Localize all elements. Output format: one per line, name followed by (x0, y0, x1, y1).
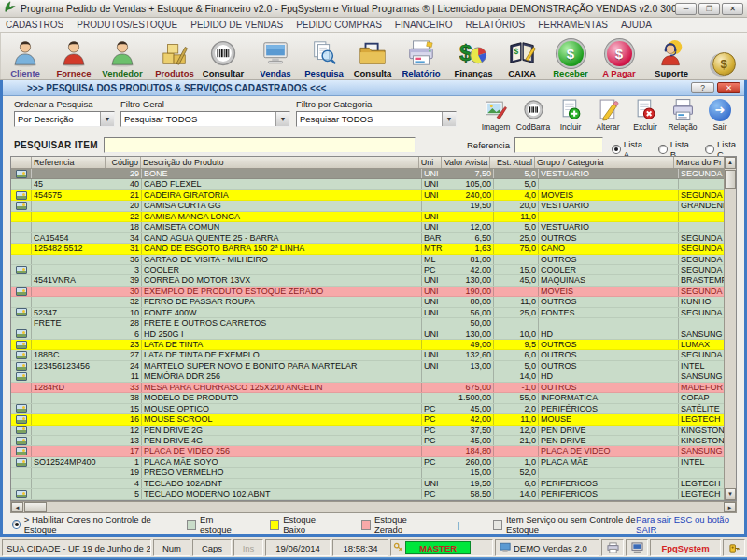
radio-icon[interactable] (658, 145, 668, 154)
table-row[interactable]: 5234710FONTE 400WUNI56,0025,0FONTESSEGUN… (11, 308, 724, 318)
toolbar-button-coin-icon[interactable]: $ (699, 33, 747, 79)
table-row[interactable]: 17PLACA DE VIDEO 256184,80PLACA DE VIDEO… (11, 446, 724, 456)
radio-icon[interactable] (612, 145, 621, 154)
help-button[interactable]: ? (691, 82, 714, 93)
table-row[interactable]: 6HD 250G IUNI130,0010,0HDSANSUNG (11, 329, 724, 340)
reference-input[interactable] (514, 137, 603, 153)
toolbar-button-a-pagar[interactable]: $A Pagar (595, 33, 643, 79)
radio-icon[interactable] (12, 520, 21, 529)
column-header-group[interactable]: Grupo / Categoria (535, 157, 674, 168)
toolbar-button-pesquisa[interactable]: Pesquisa (300, 33, 348, 79)
table-row[interactable]: 11MEMÓRIA DDR 25614,0HDSANSUNG (11, 371, 724, 382)
scroll-left-icon[interactable]: ◄ (11, 502, 23, 512)
toolbar-button-finan-as[interactable]: $Finanças (449, 33, 498, 79)
codbarra-button[interactable]: CodBarra (514, 97, 552, 132)
menu-item-financeiro[interactable]: FINANCEIRO (395, 20, 453, 30)
table-row[interactable]: FRETE28FRETE E OUTROS CARRETOS50,00 (11, 318, 724, 329)
table-row[interactable]: 3COOLERPC42,0015,0COOLERSEGUNDA L (11, 265, 724, 275)
panel-close-button[interactable]: ✕ (717, 82, 740, 93)
column-header-img[interactable] (11, 157, 32, 168)
radio-icon[interactable] (705, 145, 714, 154)
vertical-scroll-thumb[interactable] (725, 170, 736, 189)
general-filter-select[interactable]: Pesquisar TODOS ▼ (120, 111, 290, 127)
cell-stock: 15,0 (494, 265, 539, 274)
table-row[interactable]: 30EXEMPLO DE PRODUTO ESTOQUE ZERADOUNI19… (11, 287, 724, 297)
table-row[interactable]: 36CARTAO DE VISITA - MILHEIROML81,00OUTR… (11, 255, 724, 265)
category-filter-select[interactable]: Pesquisar TODOS ▼ (296, 111, 457, 127)
table-row[interactable]: 16MOUSE SCROOLPC42,0011,0MOUSELEGTECH (11, 414, 724, 425)
table-row[interactable]: 23LATA DE TINTA49,009,5OUTROSLUMAX (11, 340, 724, 350)
column-header-ref[interactable]: Referencia (32, 157, 106, 168)
column-header-uni[interactable]: Uni (419, 157, 442, 168)
menu-item-ajuda[interactable]: AJUDA (621, 20, 652, 30)
menu-item-relat-rios[interactable]: RELATÓRIOS (466, 20, 526, 30)
toolbar-button-produtos[interactable]: Produtos (150, 33, 199, 79)
table-row[interactable]: 13PEN DRIVE 4GPC45,0021,0PEN DRIVEKINGST… (11, 436, 724, 446)
table-row[interactable]: 15MOUSE OPTICOPC45,002,0PERIFÉRICOSSATÉL… (11, 404, 724, 414)
column-header-brand[interactable]: Marca do Pr (674, 157, 724, 168)
scroll-right-icon[interactable]: ► (724, 502, 736, 512)
search-item-input[interactable] (104, 137, 416, 153)
horizontal-scrollbar[interactable]: ◄ ► (10, 501, 737, 513)
chevron-down-icon[interactable]: ▼ (100, 112, 114, 126)
close-button[interactable]: ✕ (722, 3, 743, 15)
vertical-scrollbar[interactable]: ▲ ▼ (724, 157, 736, 500)
toolbar-button-cliente[interactable]: Cliente (1, 33, 49, 79)
table-row[interactable]: 188BC27LATA DE TINTA DE EXEMPLOUNI132,60… (11, 350, 724, 360)
table-row[interactable]: 19PREGO VERMELHO15,0052,0 (11, 468, 724, 478)
table-row[interactable]: 5TECLADO MODERNO 102 ABNTPC58,5014,0PERI… (11, 489, 724, 499)
column-header-stock[interactable]: Est. Atual (490, 157, 535, 168)
column-header-price[interactable]: Valor Avista (442, 157, 491, 168)
table-row[interactable]: 4TECLADO 102ABNTUNI19,506,0PERIFERICOSLE… (11, 479, 724, 489)
enable-colors-toggle[interactable]: > Habilitar Cores no Controle de Estoque (12, 514, 161, 535)
table-row[interactable]: 45457521CADEIRA GIRATORIAUNI240,004,0MOV… (11, 190, 724, 201)
table-row[interactable]: CA1545434CANO AGUA QUENTE 25 - BARRABAR6… (11, 233, 724, 244)
toolbar-button-receber[interactable]: $Receber (546, 33, 595, 79)
toolbar-button-relat-rio[interactable]: Relatório (397, 33, 445, 79)
table-row[interactable]: 12PEN DRIVE 2GPC37,5012,0PEN DRIVEKINGST… (11, 426, 724, 436)
alterar-button[interactable]: Alterar (589, 97, 627, 132)
scroll-up-icon[interactable]: ▲ (725, 157, 736, 169)
table-row[interactable]: 4540CABO FLEXELUNI105,005,0 (11, 179, 724, 189)
rela-o-button[interactable]: Relação (664, 97, 701, 132)
menu-item-cadastros[interactable]: CADASTROS (6, 20, 63, 30)
column-header-code[interactable]: Código (106, 157, 141, 168)
table-row[interactable]: 29BONEUNI7,505,0VESTUARIOSEGUNDA L (11, 169, 724, 179)
table-row[interactable]: 1284RD33MESA PARA CHURRASCO 125X200 ANGE… (11, 383, 724, 393)
status-printer[interactable] (601, 539, 624, 556)
menu-item-ferramentas[interactable]: FERRAMENTAS (538, 20, 608, 30)
toolbar-button-vendedor[interactable]: Vendedor (98, 33, 147, 79)
imagem-button[interactable]: Imagem (477, 97, 514, 132)
incluir-button[interactable]: Incluir (552, 97, 589, 132)
table-row[interactable]: 4541VNRA39CORREA DO MOTOR 13VXUNI130,004… (11, 275, 724, 286)
table-row[interactable]: 125482 551231CANO DE ESGOTO BARRA 150 2ª… (11, 244, 724, 254)
column-header-desc[interactable]: Descrição do Produto (141, 157, 419, 168)
minimize-button[interactable]: ─ (675, 3, 697, 15)
excluir-button[interactable]: Excluir (627, 97, 664, 132)
chevron-down-icon[interactable]: ▼ (442, 112, 456, 126)
table-row[interactable]: 18CAMISETA COMUNUNI12,005,0VESTUARIO (11, 222, 724, 232)
sair-button[interactable]: ➜Sair (701, 97, 739, 132)
table-row[interactable]: 32FERRO DE PASSAR ROUPAUNI80,0011,0OUTRO… (11, 297, 724, 307)
menu-item-produtos-estoque[interactable]: PRODUTOS/ESTOQUE (77, 20, 177, 30)
table-row[interactable]: SO12524MP4001PLACA MÃE SOYOPC260,001,0PL… (11, 457, 724, 468)
chevron-down-icon[interactable]: ▼ (275, 112, 289, 126)
restore-button[interactable]: ❐ (698, 3, 720, 15)
menu-item-pedido-de-vendas[interactable]: PEDIDO DE VENDAS (190, 20, 283, 30)
toolbar-button-caixa[interactable]: $CAIXA (498, 33, 546, 79)
toolbar-button-consulta[interactable]: Consulta (348, 33, 397, 79)
table-row[interactable]: 22CAMISA MANGA LONGAUNI11,0 (11, 212, 724, 222)
status-key[interactable] (723, 539, 745, 556)
menu-item-pedido-compras[interactable]: PEDIDO COMPRAS (296, 20, 382, 30)
toolbar-button-vendas[interactable]: Vendas (251, 33, 300, 79)
order-filter-select[interactable]: Por Descrição ▼ (14, 111, 115, 127)
toolbar-button-suporte[interactable]: Suporte (647, 33, 696, 79)
status-terminal[interactable] (626, 539, 648, 556)
table-row[interactable]: 20CAMISA CURTA GG19,5020,0VESTUARIOGRAND… (11, 201, 724, 211)
horizontal-scroll-thumb[interactable] (24, 502, 47, 512)
table-row[interactable]: 38MODELO DE PRODUTO1.500,0055,0INFORMATI… (11, 393, 724, 403)
toolbar-button-fornece[interactable]: Fornece (49, 33, 98, 79)
toolbar-button-consultar[interactable]: Consultar (199, 33, 247, 79)
scroll-down-icon[interactable]: ▼ (725, 488, 736, 500)
table-row[interactable]: 12345612345624MARTELO SUPER NOVO E BONIT… (11, 361, 724, 371)
